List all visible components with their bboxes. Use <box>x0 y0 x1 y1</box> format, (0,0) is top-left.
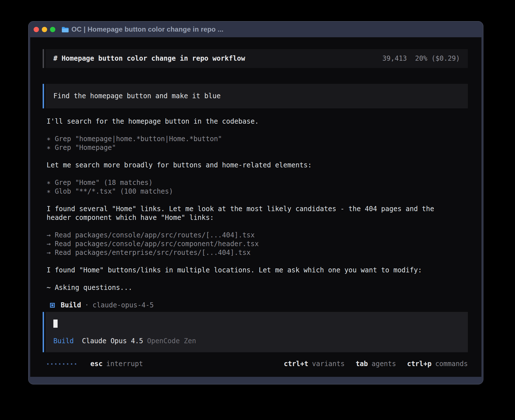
user-message-text: Find the homepage button and make it blu… <box>45 84 468 108</box>
folder-icon <box>62 27 69 32</box>
spinner-dot <box>63 363 64 365</box>
prompt-input-border <box>43 312 44 352</box>
agent-separator: · <box>85 301 89 310</box>
prompt-input[interactable]: Build Claude Opus 4.5 OpenCode Zen <box>43 312 468 352</box>
assistant-text: Let me search more broadly for buttons a… <box>47 161 468 170</box>
session-title: # Homepage button color change in repo w… <box>53 54 245 63</box>
window-title-group: OC | Homepage button color change in rep… <box>62 25 223 33</box>
spinner-dot <box>67 363 68 365</box>
text-cursor <box>53 320 58 328</box>
tool-call-block: ∗ Grep "homepage|home.*button|Home.*butt… <box>43 135 468 152</box>
minimize-button[interactable] <box>42 27 47 32</box>
prompt-provider-label: OpenCode Zen <box>147 337 196 345</box>
user-message: Find the homepage button and make it blu… <box>43 84 468 108</box>
tool-call-read: → Read packages/console/app/src/routes/[… <box>47 231 468 240</box>
tool-call-grep: ∗ Grep "Home" (18 matches) <box>47 178 468 187</box>
spinner-dot <box>59 363 60 365</box>
terminal-window: OC | Homepage button color change in rep… <box>28 21 483 384</box>
asking-questions-status: ~ Asking questions... <box>47 283 468 292</box>
shortcut-label: agents <box>372 360 396 368</box>
shortcut-hints: ctrl+t variants tab agents ctrl+p comman… <box>284 360 468 368</box>
tool-call-read: → Read packages/console/app/src/componen… <box>47 240 468 248</box>
tool-call-grep: ∗ Grep "Homepage" <box>47 143 468 152</box>
shortcut-agents: tab agents <box>356 360 396 368</box>
spinner-dot <box>71 363 72 365</box>
build-agent-icon <box>50 303 55 308</box>
tool-call-block: → Read packages/console/app/src/routes/[… <box>43 231 468 257</box>
zoom-button[interactable] <box>50 27 55 32</box>
shortcut-label: commands <box>435 360 468 368</box>
session-header-border <box>43 49 44 68</box>
assistant-text-block: I found several "Home" links. Let me loo… <box>43 205 468 222</box>
window-title: OC | Homepage button color change in rep… <box>71 25 223 33</box>
terminal-content: # Homepage button color change in repo w… <box>30 37 481 377</box>
assistant-working-block: ~ Asking questions... <box>43 283 468 292</box>
prompt-model-label: Claude Opus 4.5 <box>82 337 143 345</box>
shortcut-key: tab <box>356 360 368 368</box>
user-message-border <box>43 84 44 108</box>
agent-model: claude-opus-4-5 <box>93 301 154 310</box>
tool-call-read: → Read packages/enterprise/src/routes/[.… <box>47 248 468 257</box>
assistant-text-block: Let me search more broadly for buttons a… <box>43 161 468 170</box>
token-count: 39,413 <box>382 54 407 63</box>
assistant-text: I found several "Home" links. Let me loo… <box>47 205 468 213</box>
shortcut-label: variants <box>312 360 345 368</box>
shortcut-key: ctrl+t <box>284 360 308 368</box>
assistant-text: I found "Home" buttons/links in multiple… <box>47 266 468 275</box>
agent-status: Build · claude-opus-4-5 <box>50 301 468 310</box>
shortcut-interrupt: esc interrupt <box>90 360 143 368</box>
assistant-text-block: I'll search for the homepage button in t… <box>43 117 468 126</box>
spinner-dot <box>75 363 76 365</box>
spinner-dot <box>51 363 53 365</box>
spinner-dot <box>47 363 49 365</box>
context-cost: 20% ($0.29) <box>415 54 460 63</box>
spinner-dot <box>55 363 56 365</box>
status-bar: esc interrupt ctrl+t variants tab agents… <box>43 360 468 368</box>
prompt-meta-row: Build Claude Opus 4.5 OpenCode Zen <box>53 337 460 345</box>
shortcut-variants: ctrl+t variants <box>284 360 344 368</box>
tool-call-block: ∗ Grep "Home" (18 matches) ∗ Glob "**/*.… <box>43 178 468 196</box>
session-stats: 39,413 20% ($0.29) <box>382 54 460 63</box>
close-button[interactable] <box>34 27 39 32</box>
window-titlebar: OC | Homepage button color change in rep… <box>29 21 483 37</box>
shortcut-label: interrupt <box>106 360 143 368</box>
prompt-input-line[interactable] <box>53 319 460 328</box>
prompt-agent-label: Build <box>53 337 74 345</box>
assistant-text-block: I found "Home" buttons/links in multiple… <box>43 266 468 275</box>
shortcut-key: ctrl+p <box>407 360 432 368</box>
shortcut-key: esc <box>90 360 102 368</box>
spinner-dots <box>47 363 76 365</box>
assistant-text: I'll search for the homepage button in t… <box>47 117 468 126</box>
tool-call-glob: ∗ Glob "**/*.tsx" (100 matches) <box>47 187 468 196</box>
window-controls <box>34 27 55 32</box>
assistant-text: header component which have "Home" links… <box>47 213 468 222</box>
shortcut-commands: ctrl+p commands <box>407 360 468 368</box>
session-header: # Homepage button color change in repo w… <box>43 49 468 68</box>
agent-name: Build <box>61 301 81 310</box>
tool-call-grep: ∗ Grep "homepage|home.*button|Home.*butt… <box>47 135 468 143</box>
